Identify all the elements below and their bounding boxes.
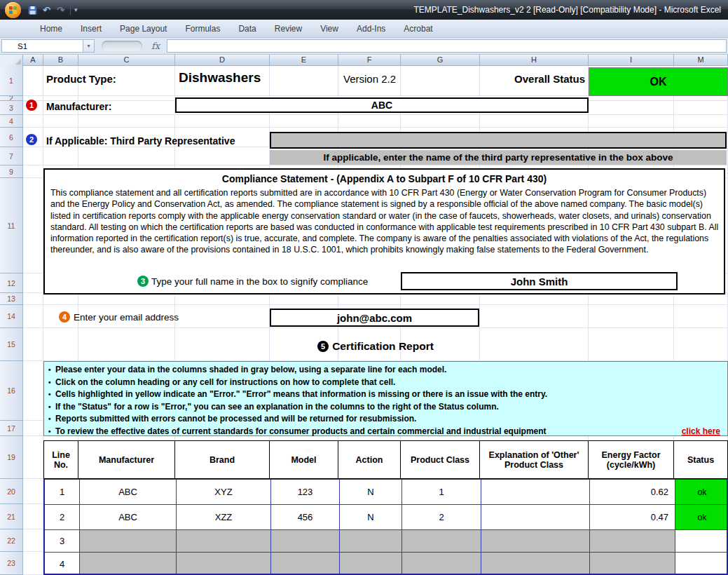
column-header-g[interactable]: G <box>401 55 480 66</box>
ribbon-tab-formulas[interactable]: Formulas <box>176 20 229 37</box>
qat-customize-icon[interactable]: ▾ <box>74 6 78 13</box>
row-header-16[interactable]: 16 <box>0 361 23 421</box>
row-header-12[interactable]: 12 <box>0 273 23 293</box>
row-header-20[interactable]: 20 <box>0 479 23 504</box>
instruction-text: If the "Status" for a row is "Error," yo… <box>55 401 499 413</box>
column-header-m[interactable]: M <box>674 55 728 66</box>
compliance-body: This compliance statement and all certif… <box>50 187 719 256</box>
row-header-13[interactable]: 13 <box>0 293 23 305</box>
cell-explanation-of-other-product-class[interactable] <box>481 530 590 553</box>
ribbon-tab-insert[interactable]: Insert <box>71 20 111 37</box>
table-header-action[interactable]: Action <box>338 440 401 479</box>
redo-icon[interactable]: ↷ <box>55 4 67 16</box>
row-header-2[interactable]: 2 <box>0 96 23 101</box>
office-button[interactable] <box>5 2 21 18</box>
cell-brand[interactable]: XZZ <box>177 505 271 530</box>
cell-model[interactable]: 456 <box>271 505 340 530</box>
column-header-a[interactable]: A <box>23 55 43 66</box>
row-header-14[interactable]: 14 <box>0 305 23 328</box>
undo-icon[interactable]: ↶ <box>41 4 53 16</box>
cell-energy-factor-cycle-kwh[interactable] <box>590 530 675 553</box>
cell-action[interactable] <box>340 553 402 575</box>
row-header-3[interactable]: 3 <box>0 101 23 115</box>
ribbon-tab-page-layout[interactable]: Page Layout <box>111 20 176 37</box>
cell-line-no[interactable]: 3 <box>45 530 80 553</box>
cell-energy-factor-cycle-kwh[interactable] <box>590 553 675 575</box>
cell-action[interactable]: N <box>340 480 402 505</box>
cell-model[interactable] <box>271 530 340 553</box>
column-header-d[interactable]: D <box>175 55 270 66</box>
cell-action[interactable]: N <box>340 505 402 530</box>
cell-model[interactable] <box>271 553 340 575</box>
cell-status[interactable]: ok <box>675 480 728 505</box>
manufacturer-input[interactable]: ABC <box>175 97 589 113</box>
formula-input[interactable] <box>167 39 727 53</box>
cell-manufacturer[interactable] <box>80 553 177 575</box>
cell-manufacturer[interactable]: ABC <box>80 480 177 505</box>
cell-status[interactable] <box>675 530 728 553</box>
ribbon-tab-home[interactable]: Home <box>31 20 71 37</box>
select-all-corner[interactable] <box>0 55 23 66</box>
table-header-line-no[interactable]: Line No. <box>43 440 78 479</box>
table-header-status[interactable]: Status <box>674 440 728 479</box>
cell-explanation-of-other-product-class[interactable] <box>481 505 590 530</box>
table-header-brand[interactable]: Brand <box>175 440 270 479</box>
table-header-model[interactable]: Model <box>270 440 338 479</box>
cell-product-class[interactable] <box>402 553 481 575</box>
row-header-15[interactable]: 15 <box>0 328 23 361</box>
row-header-1[interactable]: 1 <box>0 66 23 96</box>
ribbon-tab-review[interactable]: Review <box>266 20 311 37</box>
row-header-21[interactable]: 21 <box>0 504 23 529</box>
row-header-6[interactable]: 6 <box>0 128 23 147</box>
name-box[interactable]: S1 <box>1 39 83 53</box>
column-header-h[interactable]: H <box>480 55 589 66</box>
cell-energy-factor-cycle-kwh[interactable]: 0.47 <box>590 505 675 530</box>
cell-brand[interactable] <box>177 553 271 575</box>
cell-line-no[interactable]: 4 <box>45 553 80 575</box>
column-header-i[interactable]: I <box>589 55 674 66</box>
cell-brand[interactable]: XYZ <box>177 480 271 505</box>
name-box-dropdown-icon[interactable]: ▾ <box>83 39 95 53</box>
cell-model[interactable]: 123 <box>271 480 340 505</box>
row-header-22[interactable]: 22 <box>0 529 23 552</box>
cell-manufacturer[interactable]: ABC <box>80 505 177 530</box>
cell-product-class[interactable]: 1 <box>402 480 481 505</box>
ribbon-tab-view[interactable]: View <box>311 20 348 37</box>
cell-explanation-of-other-product-class[interactable] <box>481 553 590 575</box>
cell-brand[interactable] <box>177 530 271 553</box>
row-header-19[interactable]: 19 <box>0 436 23 479</box>
row-header-9[interactable]: 9 <box>0 165 23 178</box>
ribbon-tab-add-ins[interactable]: Add-Ins <box>348 20 394 37</box>
cell-status[interactable]: ok <box>675 505 728 530</box>
save-icon[interactable] <box>27 4 39 16</box>
cell-explanation-of-other-product-class[interactable] <box>481 480 590 505</box>
table-header-product-class[interactable]: Product Class <box>401 440 480 479</box>
cell-energy-factor-cycle-kwh[interactable]: 0.62 <box>590 480 675 505</box>
cell-product-class[interactable] <box>402 530 481 553</box>
cell-line-no[interactable]: 2 <box>45 505 80 530</box>
cell-manufacturer[interactable] <box>80 530 177 553</box>
cell-action[interactable] <box>340 530 402 553</box>
row-header-4[interactable]: 4 <box>0 115 23 128</box>
ribbon-tab-data[interactable]: Data <box>229 20 265 37</box>
column-header-b[interactable]: B <box>43 55 78 66</box>
table-header-energy-factor-cycle-kwh[interactable]: Energy Factor (cycle/kWh) <box>589 440 674 479</box>
column-header-f[interactable]: F <box>338 55 401 66</box>
cell-line-no[interactable]: 1 <box>45 480 80 505</box>
column-header-c[interactable]: C <box>78 55 175 66</box>
cell-status[interactable] <box>675 553 728 575</box>
signature-input[interactable]: John Smith <box>401 272 678 290</box>
cell-product-class[interactable]: 2 <box>402 505 481 530</box>
table-header-explanation-of-other-product-class[interactable]: Explanation of 'Other' Product Class <box>480 440 589 479</box>
row-header-11[interactable]: 11 <box>0 178 23 273</box>
row-header-7[interactable]: 7 <box>0 147 23 165</box>
click-here-link[interactable]: click here <box>682 426 723 438</box>
row-header-23[interactable]: 23 <box>0 552 23 575</box>
row-header-17[interactable]: 17 <box>0 421 23 436</box>
insert-function-button[interactable]: fx <box>149 41 163 51</box>
email-input[interactable]: john@abc.com <box>270 309 479 327</box>
column-header-e[interactable]: E <box>270 55 338 66</box>
ribbon-tab-acrobat[interactable]: Acrobat <box>394 20 441 37</box>
third-party-input[interactable] <box>270 132 727 149</box>
table-header-manufacturer[interactable]: Manufacturer <box>78 440 175 479</box>
